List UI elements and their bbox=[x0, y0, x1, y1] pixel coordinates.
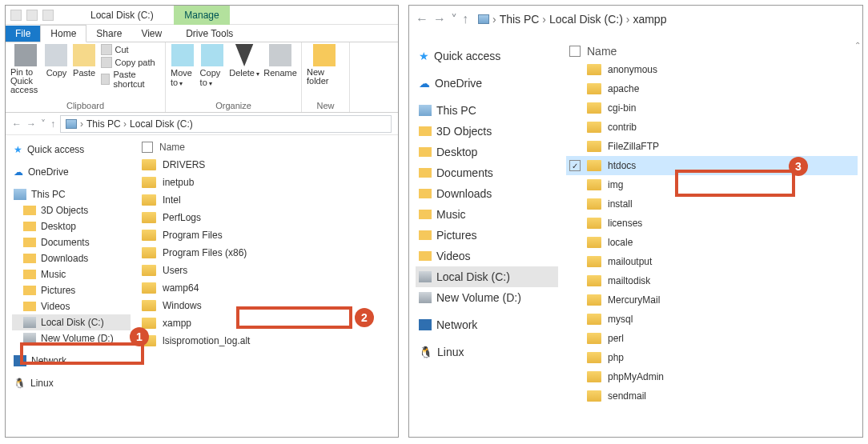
navpane-item[interactable]: Documents bbox=[12, 234, 131, 250]
paste-button[interactable]: Paste bbox=[73, 44, 96, 78]
folder-row[interactable]: locale bbox=[566, 233, 858, 252]
folder-row[interactable]: cgi-bin bbox=[566, 98, 858, 118]
navpane-item[interactable]: Documents bbox=[416, 162, 558, 183]
crumb-thispc[interactable]: This PC bbox=[500, 13, 546, 26]
folder-row[interactable]: FileZillaFTP bbox=[566, 137, 858, 156]
folder-row[interactable]: Program Files (x86) bbox=[139, 244, 393, 262]
navpane-item[interactable]: New Volume (D:) bbox=[416, 287, 558, 308]
navpane-item[interactable]: 3D Objects bbox=[12, 202, 131, 218]
column-header[interactable]: Name bbox=[139, 138, 393, 156]
navpane-onedrive[interactable]: ☁OneDrive bbox=[12, 164, 131, 180]
folder-row[interactable]: Users bbox=[139, 262, 393, 279]
navpane-item[interactable]: Music bbox=[12, 266, 131, 282]
breadcrumb[interactable]: › This PC Local Disk (C:) bbox=[60, 115, 392, 133]
move-to-button[interactable]: Move to▾ bbox=[171, 44, 195, 87]
folder-row[interactable]: phpMyAdmin bbox=[566, 367, 858, 386]
folder-row[interactable]: perl bbox=[566, 329, 858, 348]
copy-to-button[interactable]: Copy to▾ bbox=[200, 44, 225, 87]
tab-home[interactable]: Home bbox=[40, 25, 86, 42]
folder-row[interactable]: anonymous bbox=[566, 60, 858, 79]
pin-to-quick-access-button[interactable]: Pin to Quick access bbox=[10, 44, 40, 94]
folder-row[interactable]: mailoutput bbox=[566, 252, 858, 271]
tab-view[interactable]: View bbox=[131, 26, 171, 42]
navpane-item[interactable]: Desktop bbox=[416, 142, 558, 162]
folder-row[interactable]: MercuryMail bbox=[566, 290, 858, 310]
navpane-item[interactable]: Videos bbox=[416, 246, 558, 266]
navpane-linux[interactable]: 🐧Linux bbox=[416, 342, 558, 362]
copy-button[interactable]: Copy bbox=[45, 44, 68, 78]
contextual-tab-manage[interactable]: Manage bbox=[174, 6, 230, 25]
new-folder-button[interactable]: New folder bbox=[307, 44, 342, 86]
crumb-local-disk[interactable]: Local Disk (C:) bbox=[130, 118, 193, 130]
tab-drive-tools[interactable]: Drive Tools bbox=[176, 26, 243, 42]
col-name[interactable]: Name bbox=[587, 45, 617, 58]
navpane-item[interactable]: Pictures bbox=[416, 225, 558, 246]
folder-row[interactable]: inetpub bbox=[139, 174, 393, 191]
folder-row[interactable]: mailtodisk bbox=[566, 271, 858, 290]
navpane-item[interactable]: Desktop bbox=[12, 218, 131, 234]
folder-row[interactable]: contrib bbox=[566, 118, 858, 137]
folder-row[interactable]: licenses bbox=[566, 214, 858, 233]
navpane-thispc[interactable]: This PC bbox=[12, 186, 131, 202]
nav-recent-button[interactable]: ˅ bbox=[41, 118, 46, 130]
folder-row[interactable]: php bbox=[566, 348, 858, 367]
navpane-item[interactable]: Local Disk (C:) bbox=[12, 314, 131, 330]
nav-recent-button[interactable]: ˅ bbox=[451, 12, 457, 27]
cut-button[interactable]: Cut bbox=[101, 44, 161, 55]
column-header[interactable]: Name bbox=[566, 42, 858, 60]
navpane-item[interactable]: 3D Objects bbox=[416, 121, 558, 142]
row-checkbox[interactable]: ✓ bbox=[569, 160, 581, 171]
delete-button[interactable]: Delete▾ bbox=[229, 44, 259, 78]
navpane-linux[interactable]: 🐧Linux bbox=[12, 375, 131, 391]
folder-row[interactable]: lsispromotion_log.alt bbox=[139, 332, 393, 350]
tab-file[interactable]: File bbox=[6, 26, 40, 42]
navpane-network[interactable]: Network bbox=[416, 314, 558, 335]
paste-shortcut-button[interactable]: Paste shortcut bbox=[101, 70, 161, 89]
navpane-item[interactable]: Pictures bbox=[12, 282, 131, 298]
crumb-local-disk[interactable]: Local Disk (C:) bbox=[549, 13, 629, 26]
scroll-up-icon[interactable]: ⌃ bbox=[854, 41, 861, 50]
folder-row[interactable]: PerfLogs bbox=[139, 209, 393, 226]
nav-up-button[interactable]: ↑ bbox=[50, 118, 55, 130]
folder-row[interactable]: Program Files bbox=[139, 226, 393, 244]
nav-back-button[interactable]: ← bbox=[12, 118, 22, 130]
navpane-quick-access[interactable]: ★Quick access bbox=[416, 46, 558, 66]
tab-share[interactable]: Share bbox=[86, 26, 131, 42]
navpane-network[interactable]: Network bbox=[12, 353, 131, 369]
breadcrumb[interactable]: › This PC Local Disk (C:) xampp bbox=[473, 10, 856, 28]
nav-forward-button[interactable]: → bbox=[433, 12, 446, 26]
navpane-quick-access[interactable]: ★Quick access bbox=[12, 142, 131, 158]
crumb-xampp[interactable]: xampp bbox=[633, 13, 666, 26]
col-name[interactable]: Name bbox=[159, 142, 185, 153]
rename-button[interactable]: Rename bbox=[264, 44, 296, 78]
qat-icon[interactable] bbox=[42, 10, 54, 21]
folder-row[interactable]: Intel bbox=[139, 191, 393, 209]
folder-row[interactable]: DRIVERS bbox=[139, 156, 393, 174]
navpane-thispc[interactable]: This PC bbox=[416, 100, 558, 121]
qat-icon[interactable] bbox=[10, 10, 22, 21]
folder-row[interactable]: Windows bbox=[139, 297, 393, 314]
navpane-onedrive[interactable]: ☁OneDrive bbox=[416, 73, 558, 94]
folder-row[interactable]: img bbox=[566, 175, 858, 194]
folder-row[interactable]: wamp64 bbox=[139, 279, 393, 297]
folder-row[interactable]: mysql bbox=[566, 310, 858, 329]
folder-row[interactable]: sendmail bbox=[566, 386, 858, 406]
select-all-checkbox[interactable] bbox=[569, 46, 581, 57]
navpane-item[interactable]: Music bbox=[416, 204, 558, 225]
nav-back-button[interactable]: ← bbox=[416, 12, 428, 26]
nav-forward-button[interactable]: → bbox=[26, 118, 36, 130]
select-all-checkbox[interactable] bbox=[142, 142, 153, 153]
navpane-item[interactable]: Videos bbox=[12, 298, 131, 314]
nav-up-button[interactable]: ↑ bbox=[462, 12, 468, 26]
navpane-item[interactable]: Downloads bbox=[416, 183, 558, 204]
folder-row[interactable]: install bbox=[566, 194, 858, 214]
folder-row[interactable]: xampp bbox=[139, 314, 393, 332]
copy-path-button[interactable]: Copy path bbox=[101, 57, 161, 68]
crumb-thispc[interactable]: This PC bbox=[86, 118, 127, 130]
navpane-item[interactable]: Local Disk (C:) bbox=[416, 266, 558, 287]
qat-icon[interactable] bbox=[26, 10, 38, 21]
folder-row[interactable]: ✓htdocs bbox=[566, 156, 858, 175]
folder-row[interactable]: apache bbox=[566, 79, 858, 98]
navpane-item[interactable]: New Volume (D:) bbox=[12, 330, 131, 346]
navpane-item[interactable]: Downloads bbox=[12, 250, 131, 266]
